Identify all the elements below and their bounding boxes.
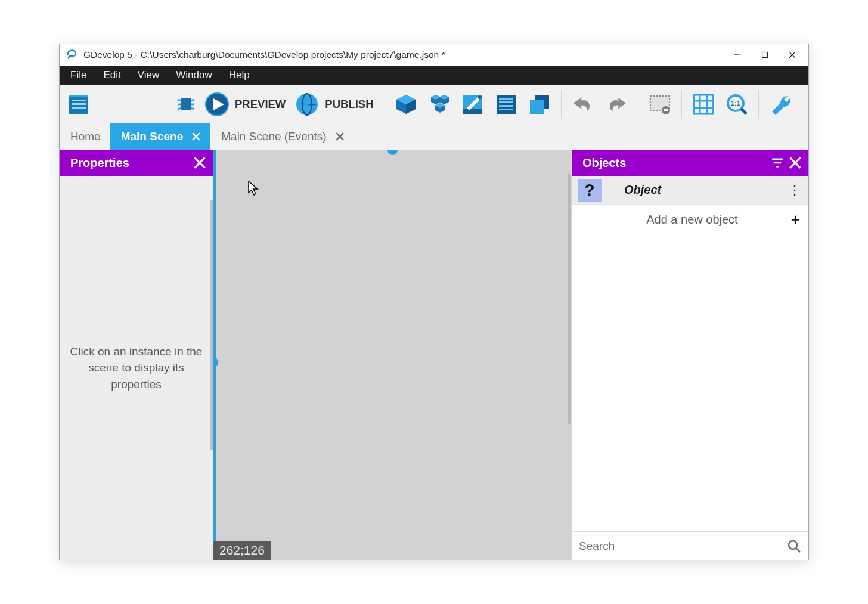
publish-label: PUBLISH (325, 98, 373, 111)
origin-line-vertical (213, 150, 216, 560)
play-icon (204, 91, 230, 117)
minimize-button[interactable] (724, 45, 751, 64)
object-menu-button[interactable]: ⋮ (788, 182, 800, 198)
zoom-reset-button[interactable]: 1:1 (721, 89, 752, 120)
properties-panel: Properties Click on an instance in the s… (60, 150, 213, 560)
publish-button[interactable]: PUBLISH (294, 91, 379, 117)
svg-rect-34 (497, 95, 516, 114)
tab-main-scene-events[interactable]: Main Scene (Events) (210, 123, 354, 150)
tab-main-scene-label: Main Scene (121, 130, 184, 143)
tab-home-label: Home (70, 130, 101, 143)
toolbar-divider-2 (638, 90, 638, 119)
svg-rect-8 (72, 107, 86, 109)
svg-rect-37 (499, 105, 513, 107)
menu-file[interactable]: File (62, 67, 95, 83)
plus-icon: + (791, 210, 800, 229)
objects-header: Objects (572, 150, 808, 176)
add-object-button[interactable] (390, 89, 421, 120)
filter-icon[interactable] (771, 157, 783, 169)
properties-button[interactable] (491, 89, 522, 120)
svg-line-15 (191, 108, 194, 109)
menu-edit[interactable]: Edit (95, 67, 129, 83)
svg-line-67 (796, 548, 800, 552)
close-window-button[interactable] (779, 45, 806, 64)
tab-events-label: Main Scene (Events) (221, 130, 326, 143)
cursor-coordinates: 262;126 (213, 541, 271, 560)
edit-button[interactable] (457, 89, 488, 120)
objects-list-button[interactable] (424, 89, 455, 120)
svg-line-10 (178, 100, 181, 101)
search-icon[interactable] (787, 539, 801, 553)
toolbar-divider (561, 90, 562, 119)
svg-point-66 (789, 541, 797, 549)
maximize-button[interactable] (751, 45, 779, 64)
preview-label: PREVIEW (235, 98, 286, 111)
layers-button[interactable] (524, 89, 555, 120)
window-controls (724, 45, 806, 64)
scene-canvas[interactable]: 262;126 (213, 150, 571, 560)
menu-window[interactable]: Window (168, 67, 220, 83)
objects-panel: Objects ? Object ⋮ Add a new object + (571, 150, 808, 560)
svg-rect-9 (181, 98, 191, 110)
grid-button[interactable] (688, 89, 719, 120)
svg-rect-38 (499, 109, 513, 110)
undo-button[interactable] (568, 89, 599, 120)
svg-rect-1 (762, 52, 768, 58)
svg-point-53 (785, 98, 788, 101)
titlebar: GDevelop 5 - C:\Users\charburg\Documents… (60, 44, 808, 66)
project-manager-button[interactable] (63, 89, 94, 120)
app-window: GDevelop 5 - C:\Users\charburg\Documents… (59, 44, 809, 560)
properties-hint: Click on an instance in the scene to dis… (60, 176, 213, 560)
svg-rect-31 (463, 109, 482, 114)
tab-main-scene[interactable]: Main Scene (110, 123, 211, 150)
svg-line-51 (741, 109, 746, 114)
close-tab-icon[interactable] (191, 132, 201, 141)
settings-button[interactable] (765, 89, 796, 120)
origin-handle-left[interactable] (213, 357, 218, 367)
properties-title: Properties (70, 156, 129, 170)
debug-button[interactable] (170, 89, 202, 120)
menu-help[interactable]: Help (221, 67, 258, 83)
tab-home[interactable]: Home (60, 123, 110, 150)
add-object-label: Add a new object (578, 213, 783, 227)
svg-rect-45 (694, 95, 713, 114)
add-object-row[interactable]: Add a new object + (572, 205, 808, 234)
mask-toggle-button[interactable] (644, 89, 675, 120)
svg-rect-5 (69, 95, 88, 97)
svg-line-12 (178, 108, 181, 109)
svg-line-13 (191, 100, 194, 101)
toolbar-divider-3 (681, 90, 682, 119)
svg-marker-60 (249, 181, 258, 195)
close-tab-icon[interactable] (335, 132, 345, 141)
redo-button[interactable] (601, 89, 632, 120)
main-area: Properties Click on an instance in the s… (60, 150, 808, 560)
objects-search-input[interactable] (579, 540, 781, 553)
close-panel-icon[interactable] (789, 157, 801, 169)
svg-rect-7 (72, 103, 86, 105)
close-panel-icon[interactable] (194, 157, 206, 169)
svg-rect-6 (72, 100, 86, 101)
toolbar-divider-4 (758, 90, 759, 119)
toolbar: PREVIEW PUBLISH (60, 85, 808, 123)
svg-rect-44 (664, 109, 668, 111)
window-title: GDevelop 5 - C:\Users\charburg\Documents… (83, 49, 724, 60)
origin-handle-top[interactable] (388, 150, 398, 155)
object-thumbnail-unknown-icon: ? (578, 179, 602, 202)
menu-view[interactable]: View (129, 67, 168, 83)
scene-tabs-bar: Home Main Scene Main Scene (Events) (60, 123, 808, 150)
scrollbar[interactable] (568, 174, 571, 424)
svg-rect-35 (499, 98, 513, 100)
svg-rect-40 (530, 100, 544, 114)
properties-header: Properties (60, 150, 213, 176)
globe-icon (294, 91, 320, 117)
objects-search-row (572, 531, 808, 560)
object-name: Object (612, 183, 777, 197)
cursor-icon (248, 181, 259, 196)
objects-title: Objects (582, 156, 626, 170)
svg-text:1:1: 1:1 (731, 100, 740, 107)
object-item[interactable]: ? Object ⋮ (572, 176, 808, 205)
app-logo-icon (66, 49, 78, 61)
objects-list: ? Object ⋮ Add a new object + (572, 176, 808, 531)
menubar: File Edit View Window Help (60, 66, 808, 85)
preview-button[interactable]: PREVIEW (204, 91, 292, 117)
